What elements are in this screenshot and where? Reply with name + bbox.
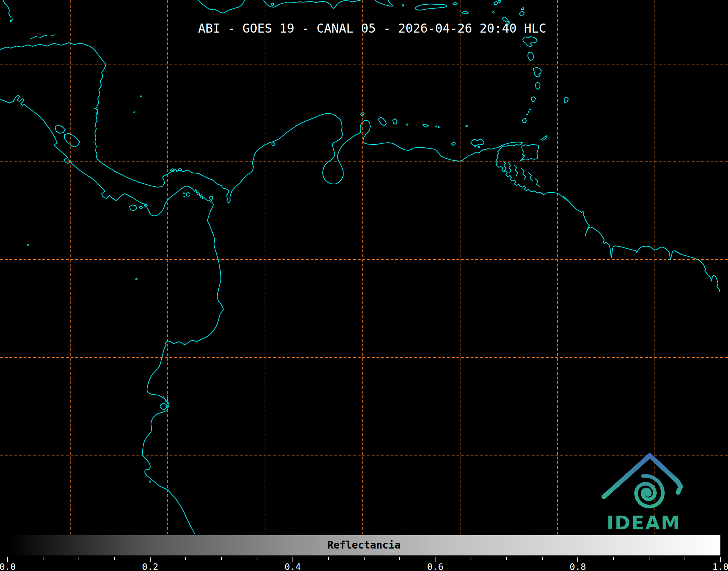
colorbar-major-tick: [435, 557, 435, 562]
reflectance-colorbar: Reflectancia: [6, 534, 722, 557]
ideam-logo: IDEAM: [604, 455, 681, 534]
colorbar-minor-tick: [471, 557, 471, 560]
colorbar-minor-tick: [613, 557, 614, 560]
colorbar-minor-tick: [114, 557, 115, 560]
latlon-gridlines: [0, 0, 728, 534]
colorbar-minor-tick: [221, 557, 222, 560]
map-canvas: IDEAM: [0, 0, 728, 534]
colorbar-tick-label: 0.2: [142, 562, 158, 571]
colorbar-minor-tick: [506, 557, 507, 560]
colorbar-major-tick: [150, 557, 151, 562]
image-title: ABI - GOES 19 - CANAL 05 - 2026-04-26 20…: [16, 21, 728, 35]
colorbar-major-tick: [7, 557, 8, 562]
colorbar-minor-tick: [328, 557, 329, 560]
colorbar-tick-label: 0.4: [285, 562, 301, 571]
colorbar-minor-tick: [399, 557, 400, 560]
logo-text: IDEAM: [606, 512, 681, 534]
logo-hurricane-spiral-icon: [636, 476, 663, 507]
coastlines: [0, 0, 720, 534]
colorbar-major-tick: [577, 557, 578, 562]
colorbar-tick-label: 0.8: [570, 562, 586, 571]
colorbar-minor-tick: [43, 557, 43, 560]
colorbar-minor-tick: [542, 557, 543, 560]
colorbar-minor-tick: [364, 557, 365, 560]
colorbar-major-tick: [293, 557, 293, 562]
colorbar-minor-tick: [685, 557, 685, 560]
colorbar-minor-tick: [649, 557, 649, 560]
colorbar-minor-tick: [185, 557, 186, 560]
colorbar-tick-label: 0.0: [0, 562, 16, 571]
colorbar-minor-tick: [79, 557, 79, 560]
satellite-image-viewer: IDEAM ABI - GOES 19 - CANAL 05 - 2026-04…: [0, 0, 728, 571]
colorbar-major-tick: [720, 557, 721, 562]
colorbar-tick-label: 1.0: [712, 562, 728, 571]
colorbar-tick-label: 0.6: [427, 562, 443, 571]
colorbar-minor-tick: [257, 557, 257, 560]
colorbar-label: Reflectancia: [8, 535, 720, 555]
